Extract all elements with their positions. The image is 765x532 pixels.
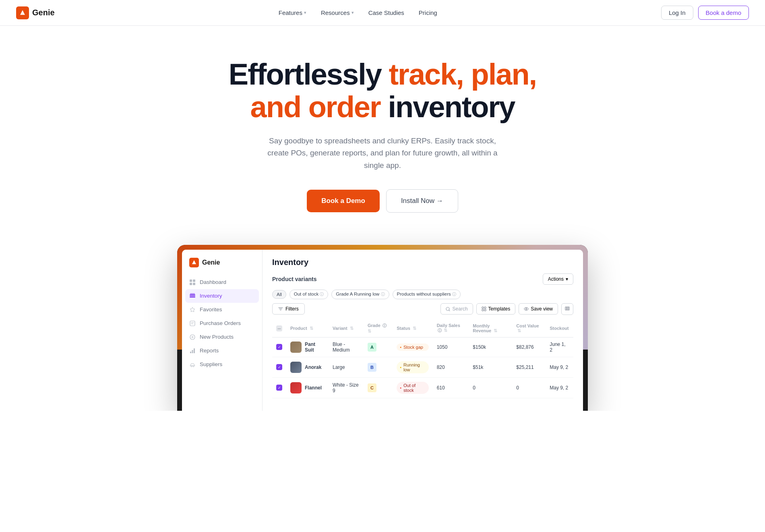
svg-rect-22 [565, 307, 567, 310]
sidebar-item-reports[interactable]: Reports [182, 344, 262, 358]
filter-chip-all[interactable]: All [272, 290, 286, 299]
nav-case-studies[interactable]: Case Studies [363, 6, 410, 19]
brand-name: Genie [32, 8, 55, 17]
row-cost-value: 0 [512, 377, 546, 398]
svg-rect-24 [568, 307, 569, 310]
app-logo-icon [189, 258, 199, 267]
save-view-button[interactable]: Save view [519, 303, 558, 315]
nav-pricing[interactable]: Pricing [413, 6, 443, 19]
row-product: Anorak [286, 357, 329, 377]
inventory-icon [189, 293, 196, 299]
book-demo-nav-button[interactable]: Book a demo [698, 6, 749, 20]
dashboard-icon [189, 279, 196, 286]
screenshot-section: Genie Dashboard [0, 237, 765, 411]
product-image [290, 362, 302, 373]
sidebar-label-new-products: New Products [200, 334, 234, 340]
row-variant: White - Size 9 [329, 377, 364, 398]
book-demo-hero-button[interactable]: Book a Demo [307, 190, 380, 212]
brand-logo[interactable]: Genie [16, 6, 55, 19]
product-image [290, 342, 302, 353]
sidebar-item-suppliers[interactable]: Suppliers [182, 358, 262, 371]
svg-rect-8 [190, 321, 195, 326]
sidebar-label-reports: Reports [200, 348, 219, 354]
row-product: Pant Suit [286, 337, 329, 357]
row-variant: Blue - Medium [329, 337, 364, 357]
col-cost-value: Cost Value ⇅ [512, 320, 546, 337]
filter-chip-no-suppliers[interactable]: Products without suppliers ⓘ [393, 290, 461, 299]
column-settings-button[interactable] [561, 303, 573, 315]
col-grade: Grade ⓘ ⇅ [364, 320, 393, 337]
row-checkbox: ✓ [272, 357, 286, 377]
col-variant: Variant ⇅ [329, 320, 364, 337]
row-grade: A [364, 337, 393, 357]
row-grade: B [364, 357, 393, 377]
login-button[interactable]: Log In [661, 6, 693, 20]
sort-icon: ⇅ [350, 326, 354, 331]
row-daily-sales: 1050 [433, 337, 469, 357]
svg-rect-6 [190, 297, 195, 298]
table-section-title: Product variants [272, 276, 316, 282]
filters-button[interactable]: Filters [272, 303, 305, 315]
filter-chip-out-of-stock[interactable]: Out of stock ⓘ [289, 290, 329, 299]
reports-icon [189, 348, 196, 354]
sidebar-label-inventory: Inventory [200, 293, 222, 299]
headline-black2: inventory [388, 90, 515, 124]
headline-orange2: and order [250, 90, 380, 124]
svg-rect-7 [190, 293, 195, 294]
filter-chip-grade-a[interactable]: Grade A Running low ⓘ [331, 290, 389, 299]
actions-button[interactable]: Actions ▾ [543, 273, 573, 285]
info-icon: ⓘ [382, 323, 387, 328]
row-monthly-revenue: $51k [469, 357, 512, 377]
row-product: Flannel [286, 377, 329, 398]
sidebar-item-new-products[interactable]: New Products [182, 330, 262, 344]
eye-icon [524, 306, 529, 311]
install-now-button[interactable]: Install Now → [386, 189, 458, 213]
sidebar-item-purchase-orders[interactable]: Purchase Orders [182, 317, 262, 330]
headline-black1: Effortlessly [229, 58, 381, 91]
svg-point-21 [526, 308, 527, 310]
navbar: Genie Features ▾ Resources ▾ Case Studie… [0, 0, 765, 26]
app-window: Genie Dashboard [182, 250, 583, 411]
col-checkbox: — [272, 320, 286, 337]
row-status: Out of stock [393, 377, 433, 398]
logo-icon [16, 6, 29, 19]
select-all-checkbox[interactable]: — [276, 325, 282, 331]
row-monthly-revenue: $150k [469, 337, 512, 357]
sort-icon: ⇅ [517, 328, 521, 333]
svg-rect-19 [484, 309, 486, 311]
table-row: ✓ Pant Suit Blue - Medium A [272, 337, 573, 357]
templates-button[interactable]: Templates [476, 303, 516, 315]
sidebar-item-dashboard[interactable]: Dashboard [182, 275, 262, 289]
hero-section: Effortlessly track, plan, and order inve… [201, 26, 564, 237]
new-products-icon [189, 334, 196, 340]
search-box[interactable]: Search [440, 303, 473, 315]
nav-resources[interactable]: Resources ▾ [315, 6, 360, 19]
table-header: Product variants Actions ▾ [272, 273, 573, 285]
svg-rect-3 [193, 283, 195, 285]
svg-rect-2 [190, 283, 192, 285]
sidebar-item-inventory[interactable]: Inventory [185, 289, 259, 303]
nav-actions: Log In Book a demo [661, 6, 749, 20]
sidebar-label-dashboard: Dashboard [200, 279, 226, 285]
chevron-down-icon: ▾ [351, 10, 354, 15]
headline-orange: track, plan, [389, 58, 536, 91]
sidebar-label-suppliers: Suppliers [200, 361, 222, 367]
sidebar-item-favorites[interactable]: Favorites [182, 303, 262, 317]
app-page-title: Inventory [272, 258, 573, 267]
col-monthly-revenue: Monthly Revenue ⇅ [469, 320, 512, 337]
row-status: Stock gap [393, 337, 433, 357]
row-daily-sales: 820 [433, 357, 469, 377]
sort-icon: ⇅ [444, 328, 447, 333]
sidebar-label-favorites: Favorites [200, 306, 222, 313]
row-daily-sales: 610 [433, 377, 469, 398]
app-brand-name: Genie [202, 259, 220, 266]
info-icon: ⓘ [438, 328, 442, 333]
nav-features[interactable]: Features ▾ [273, 6, 312, 19]
svg-rect-10 [190, 352, 191, 353]
row-variant: Large [329, 357, 364, 377]
table-row: ✓ Flannel White - Size 9 C [272, 377, 573, 398]
col-stockout: Stockout [546, 320, 573, 337]
row-cost-value: $25,211 [512, 357, 546, 377]
app-sidebar: Genie Dashboard [182, 250, 263, 411]
svg-rect-11 [192, 350, 193, 353]
